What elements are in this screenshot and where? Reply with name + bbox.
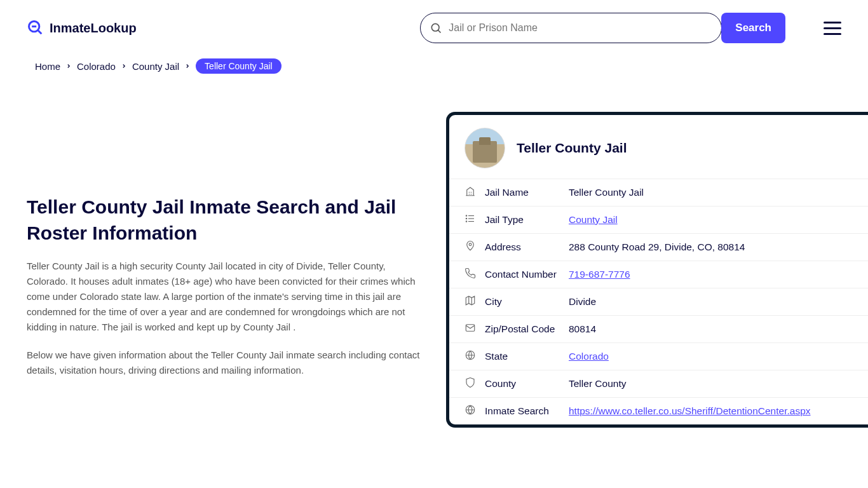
row-value[interactable]: County Jail (569, 214, 618, 226)
svg-point-3 (432, 24, 440, 31)
building-icon (465, 186, 476, 200)
card-title: Teller County Jail (517, 140, 627, 156)
info-row: Jail TypeCounty Jail (449, 206, 868, 233)
globe-icon (465, 349, 476, 363)
breadcrumb: Home Colorado County Jail Teller County … (0, 58, 868, 74)
search-icon (430, 22, 442, 34)
info-row: Address288 County Road 29, Divide, CO, 8… (449, 233, 868, 261)
magnifier-icon (27, 19, 44, 37)
svg-point-9 (466, 218, 467, 219)
page-title: Teller County Jail Inmate Search and Jai… (27, 194, 421, 246)
chevron-right-icon (121, 63, 127, 69)
breadcrumb-state[interactable]: Colorado (77, 61, 116, 72)
svg-point-10 (466, 221, 467, 222)
phone-icon (465, 268, 476, 281)
row-label: State (485, 351, 560, 362)
svg-line-1 (38, 30, 42, 34)
map-icon (465, 295, 476, 309)
row-value[interactable]: https://www.co.teller.co.us/Sheriff/Dete… (569, 405, 811, 417)
row-value: Teller County (569, 378, 626, 390)
intro-paragraph-2: Below we have given information about th… (27, 348, 421, 378)
row-label: Inmate Search (485, 405, 560, 417)
breadcrumb-current: Teller County Jail (196, 58, 281, 74)
brand-text: InmateLookup (50, 21, 137, 36)
chevron-right-icon (184, 63, 191, 69)
web-icon (465, 404, 476, 418)
list-icon (465, 213, 476, 227)
jail-avatar (465, 128, 505, 168)
row-label: Contact Number (485, 269, 560, 280)
row-label: Address (485, 241, 560, 253)
row-label: City (485, 296, 560, 308)
row-value: 80814 (569, 323, 596, 335)
brand-logo[interactable]: InmateLookup (27, 19, 137, 37)
row-label: Zip/Postal Code (485, 323, 560, 335)
info-row: Jail NameTeller County Jail (449, 179, 868, 206)
row-label: Jail Type (485, 214, 560, 226)
search-box (420, 13, 722, 43)
pin-icon (465, 240, 476, 254)
chevron-right-icon (65, 63, 72, 69)
info-row: Inmate Searchhttps://www.co.teller.co.us… (449, 397, 868, 424)
menu-button[interactable] (824, 22, 841, 35)
row-label: County (485, 378, 560, 390)
svg-point-11 (469, 243, 471, 246)
info-row: CountyTeller County (449, 370, 868, 397)
breadcrumb-home[interactable]: Home (35, 61, 60, 72)
jail-info-card: Teller County Jail Jail NameTeller Count… (446, 112, 868, 428)
info-row: Contact Number719-687-7776 (449, 261, 868, 288)
row-value: Teller County Jail (569, 187, 644, 198)
breadcrumb-type[interactable]: County Jail (132, 61, 179, 72)
row-value: Divide (569, 296, 596, 308)
search-button[interactable]: Search (721, 13, 785, 43)
intro-paragraph-1: Teller County Jail is a high security Co… (27, 259, 421, 335)
search-input[interactable] (449, 22, 712, 34)
svg-line-4 (438, 30, 441, 32)
svg-rect-15 (466, 325, 475, 332)
svg-marker-12 (466, 296, 475, 305)
info-row: Zip/Postal Code80814 (449, 315, 868, 342)
info-row: StateColorado (449, 342, 868, 370)
row-value: 288 County Road 29, Divide, CO, 80814 (569, 241, 745, 253)
svg-point-8 (466, 215, 467, 217)
info-row: CityDivide (449, 288, 868, 315)
row-value[interactable]: 719-687-7776 (569, 269, 630, 280)
row-label: Jail Name (485, 187, 560, 198)
shield-icon (465, 377, 476, 391)
mail-icon (465, 322, 476, 336)
row-value[interactable]: Colorado (569, 351, 609, 362)
